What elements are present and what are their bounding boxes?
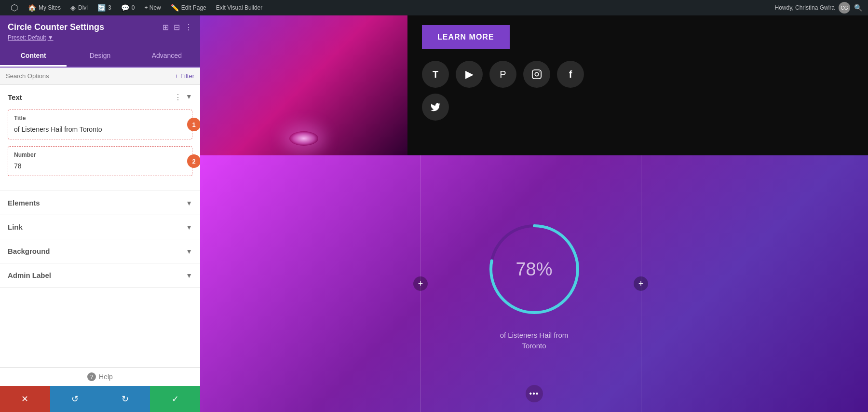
section-text: Text ⋮ ▲ Title 1 Number — [0, 85, 200, 191]
chevron-down-icon-3[interactable]: ▼ — [186, 247, 192, 255]
section-background-header[interactable]: Background ▼ — [0, 239, 200, 263]
panel-header: Circle Counter Settings ⊞ ⊟ ⋮ Preset: De… — [0, 15, 200, 46]
tab-design[interactable]: Design — [67, 46, 133, 67]
chevron-down-icon-2[interactable]: ▼ — [186, 223, 192, 231]
svg-point-1 — [535, 72, 538, 76]
section-text-icons: ⋮ ▲ — [174, 93, 192, 102]
hero-background — [200, 15, 407, 155]
exit-visual-builder-btn[interactable]: Exit Visual Builder — [211, 0, 268, 15]
divi-icon: ◈ — [70, 4, 76, 12]
twitch-icon[interactable]: T — [422, 61, 449, 88]
filter-button[interactable]: + Filter — [175, 72, 194, 80]
top-right-content: LEARN MORE T ▶ P f — [407, 15, 868, 155]
search-input[interactable] — [6, 72, 175, 80]
number-field-label: Number — [14, 151, 186, 158]
twitter-icon[interactable] — [422, 94, 449, 121]
circle-label: of Listeners Hail from Toronto — [500, 330, 569, 352]
collapse-icon[interactable]: ▲ — [186, 94, 192, 101]
section-elements-title: Elements — [8, 199, 40, 207]
number-field-group: Number 2 — [8, 146, 192, 176]
section-text-title: Text — [8, 93, 22, 101]
section-more-icon[interactable]: ⋮ — [174, 93, 182, 102]
section-link: Link ▼ — [0, 215, 200, 239]
layout-icon[interactable]: ⊟ — [174, 23, 180, 32]
panel-title: Circle Counter Settings — [8, 22, 104, 32]
title-input[interactable] — [14, 124, 186, 134]
search-icon[interactable]: 🔍 — [854, 4, 862, 12]
youtube-icon[interactable]: ▶ — [456, 61, 483, 88]
wordpress-logo-icon[interactable]: ⬡ — [6, 2, 23, 13]
chevron-down-icon-4[interactable]: ▼ — [186, 272, 192, 279]
my-sites-menu[interactable]: 🏠 My Sites — [23, 0, 66, 15]
tab-advanced[interactable]: Advanced — [134, 46, 200, 67]
action-bar: ✕ ↺ ↻ ✓ — [0, 386, 200, 412]
add-column-1-button[interactable]: + — [413, 276, 428, 291]
learn-more-button[interactable]: LEARN MORE — [422, 25, 510, 49]
hero-image — [200, 15, 407, 155]
help-icon: ? — [87, 372, 96, 381]
panel-preset[interactable]: Preset: Default ▼ — [8, 34, 192, 41]
admin-bar-right: Howdy, Christina Gwira CG 🔍 — [775, 2, 862, 14]
instagram-icon[interactable] — [523, 61, 550, 88]
edit-icon: ✏️ — [171, 4, 179, 12]
search-bar: + Filter — [0, 68, 200, 85]
updates-menu[interactable]: 🔄 3 — [93, 0, 116, 15]
admin-bar: ⬡ 🏠 My Sites ◈ Divi 🔄 3 💬 0 + New ✏️ Edi… — [0, 0, 868, 15]
svg-rect-0 — [532, 70, 541, 79]
help-button[interactable]: ? Help — [87, 372, 113, 381]
right-content: LEARN MORE T ▶ P f — [200, 15, 868, 412]
number-input[interactable] — [14, 161, 186, 171]
edit-page-btn[interactable]: ✏️ Edit Page — [166, 0, 211, 15]
tab-content[interactable]: Content — [0, 46, 67, 67]
main-layout: Circle Counter Settings ⊞ ⊟ ⋮ Preset: De… — [0, 15, 868, 412]
section-background-title: Background — [8, 247, 50, 255]
section-link-header[interactable]: Link ▼ — [0, 215, 200, 239]
refresh-icon: 🔄 — [97, 4, 106, 12]
dots-menu-button[interactable]: ••• — [526, 385, 543, 402]
facebook-icon[interactable]: f — [557, 61, 584, 88]
undo-button[interactable]: ↺ — [50, 386, 100, 412]
save-button[interactable]: ✓ — [150, 386, 200, 412]
panel-content: Text ⋮ ▲ Title 1 Number — [0, 85, 200, 367]
number-badge: 2 — [187, 154, 200, 168]
top-content: LEARN MORE T ▶ P f — [200, 15, 868, 155]
text-section-content: Title 1 Number 2 — [0, 110, 200, 191]
cancel-button[interactable]: ✕ — [0, 386, 50, 412]
more-options-icon[interactable]: ⋮ — [185, 23, 192, 32]
section-elements-header[interactable]: Elements ▼ — [0, 191, 200, 215]
panel-footer: ? Help — [0, 367, 200, 386]
new-menu[interactable]: + New — [139, 0, 165, 15]
bottom-content: + + 78% of Listeners Hail — [200, 155, 868, 412]
section-elements: Elements ▼ — [0, 191, 200, 215]
section-admin-label: Admin Label ▼ — [0, 263, 200, 288]
panel-title-icons: ⊞ ⊟ ⋮ — [163, 23, 192, 32]
redo-button[interactable]: ↻ — [100, 386, 150, 412]
add-column-2-button[interactable]: + — [634, 276, 648, 291]
chevron-down-icon[interactable]: ▼ — [186, 199, 192, 207]
divi-menu[interactable]: ◈ Divi — [66, 0, 93, 15]
svg-point-2 — [539, 71, 540, 72]
comment-icon: 💬 — [121, 4, 129, 12]
section-admin-label-header[interactable]: Admin Label ▼ — [0, 263, 200, 287]
section-text-header[interactable]: Text ⋮ ▲ — [0, 85, 200, 110]
home-icon: 🏠 — [28, 4, 36, 12]
circle-counter: 78% of Listeners Hail from Toronto — [481, 216, 587, 352]
comments-menu[interactable]: 💬 0 — [116, 0, 140, 15]
settings-panel: Circle Counter Settings ⊞ ⊟ ⋮ Preset: De… — [0, 15, 200, 412]
patreon-icon[interactable]: P — [489, 61, 516, 88]
plus-icon: + — [175, 72, 179, 80]
section-link-title: Link — [8, 223, 23, 231]
section-admin-label-title: Admin Label — [8, 271, 51, 279]
user-avatar[interactable]: CG — [839, 2, 850, 14]
settings-icon[interactable]: ⊞ — [163, 23, 169, 32]
title-field-group: Title 1 — [8, 110, 192, 139]
social-icons-row: T ▶ P f — [422, 61, 854, 88]
circle-percentage: 78% — [515, 259, 552, 279]
panel-tabs: Content Design Advanced — [0, 46, 200, 68]
title-badge: 1 — [187, 118, 200, 131]
title-field-label: Title — [14, 115, 186, 122]
section-background: Background ▼ — [0, 239, 200, 263]
